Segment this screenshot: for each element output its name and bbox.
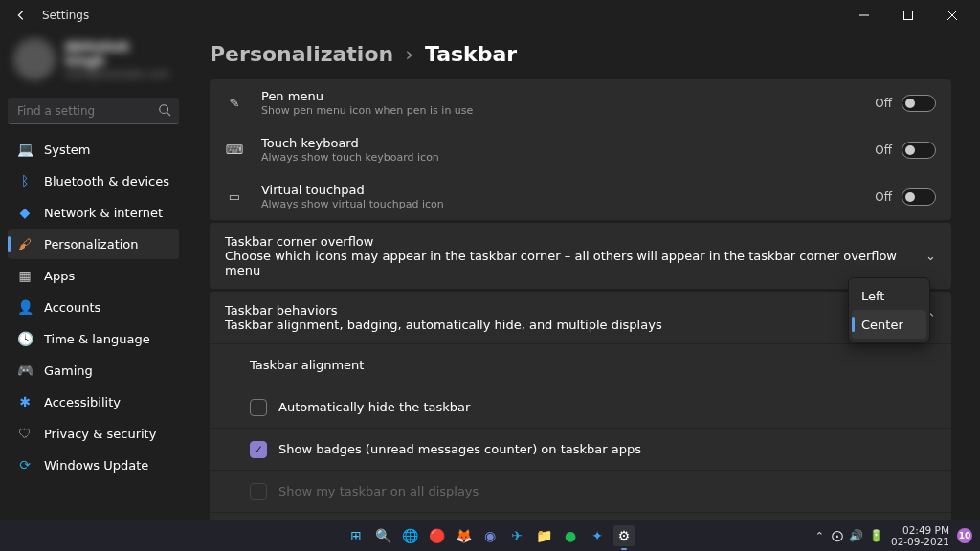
row-title: Virtual touchpad	[261, 183, 875, 197]
sidebar-item-accounts[interactable]: 👤Accounts	[8, 292, 179, 322]
nav-icon: ⟳	[17, 457, 33, 473]
svg-rect-1	[904, 11, 913, 20]
auto-hide-row[interactable]: Automatically hide the taskbar	[210, 386, 951, 428]
toggle-state: Off	[875, 190, 892, 204]
nav-icon: ✱	[17, 394, 33, 409]
sidebar-item-network-internet[interactable]: ◆Network & internet	[8, 197, 179, 228]
nav-label: Windows Update	[44, 458, 148, 473]
explorer-icon[interactable]: 📁	[533, 525, 554, 546]
chevron-right-icon: ›	[405, 42, 413, 66]
nav-list: 💻SystemᛒBluetooth & devices◆Network & in…	[8, 134, 179, 480]
nav-label: Personalization	[44, 237, 139, 252]
wifi-icon[interactable]: ⨀	[832, 529, 843, 542]
spotify-icon[interactable]: ●	[560, 525, 581, 546]
toggle-switch[interactable]	[902, 142, 936, 159]
show-badges-label: Show badges (unread messages counter) on…	[278, 442, 641, 456]
row-desc: Always show touch keyboard icon	[261, 151, 875, 164]
setting-row-pen-menu[interactable]: ✎Pen menuShow pen menu icon when pen is …	[210, 79, 951, 126]
nav-label: Privacy & security	[44, 427, 156, 441]
notification-badge[interactable]: 10	[957, 528, 972, 543]
sidebar-item-windows-update[interactable]: ⟳Windows Update	[8, 450, 179, 480]
discord-icon[interactable]: ◉	[479, 525, 501, 546]
titlebar: Settings	[0, 0, 980, 31]
row-icon: ▭	[225, 189, 244, 204]
window-title: Settings	[42, 9, 89, 22]
sidebar-item-accessibility[interactable]: ✱Accessibility	[8, 386, 179, 417]
toggle-switch[interactable]	[902, 188, 936, 206]
alignment-dropdown[interactable]: Left Center	[848, 277, 930, 342]
nav-label: System	[44, 143, 90, 157]
behaviors-expander: Taskbar behaviors Taskbar alignment, bad…	[210, 292, 951, 520]
auto-hide-checkbox[interactable]	[250, 399, 267, 416]
start-button[interactable]: ⊞	[345, 525, 367, 546]
system-tray[interactable]: ⌃ ⨀ 🔊 🔋 02:49 PM 02-09-2021 10	[815, 524, 980, 547]
nav-icon: ◆	[17, 205, 33, 220]
settings-icon[interactable]: ⚙	[613, 525, 635, 546]
nav-icon: 👤	[17, 299, 33, 315]
setting-row-touch-keyboard[interactable]: ⌨Touch keyboardAlways show touch keyboar…	[210, 126, 951, 173]
toggle-state: Off	[875, 143, 892, 157]
app-icon[interactable]: ✦	[587, 525, 608, 546]
all-displays-checkbox	[250, 483, 267, 500]
taskbar-alignment-row: Taskbar alignment	[210, 343, 951, 386]
taskbar-center: ⊞ 🔍 🌐 🔴 🦊 ◉ ✈ 📁 ● ✦ ⚙	[345, 525, 635, 546]
telegram-icon[interactable]: ✈	[506, 525, 527, 546]
chevron-down-icon: ⌄	[925, 249, 936, 263]
toggle-state: Off	[875, 97, 892, 110]
sidebar-item-personalization[interactable]: 🖌Personalization	[8, 229, 179, 259]
nav-icon: 🕓	[17, 331, 33, 346]
nav-icon: 💻	[17, 142, 33, 157]
nav-icon: 🎮	[17, 363, 33, 378]
row-desc: Always show virtual touchpad icon	[261, 198, 875, 210]
battery-icon[interactable]: 🔋	[869, 529, 883, 542]
volume-icon[interactable]: 🔊	[849, 529, 863, 542]
behaviors-header[interactable]: Taskbar behaviors Taskbar alignment, bad…	[210, 292, 951, 343]
breadcrumb-parent[interactable]: Personalization	[210, 42, 393, 66]
main-pane: Personalization › Taskbar ✎Pen menuShow …	[187, 31, 980, 520]
close-button[interactable]	[930, 0, 974, 31]
edge-icon[interactable]: 🌐	[399, 525, 420, 546]
taskbar-search-icon[interactable]: 🔍	[372, 525, 393, 546]
nav-label: Time & language	[44, 332, 150, 346]
taskbar-clock[interactable]: 02:49 PM 02-09-2021	[891, 524, 949, 547]
search-icon	[158, 103, 171, 117]
minimize-button[interactable]	[842, 0, 886, 31]
search-input[interactable]	[8, 98, 179, 124]
sidebar-item-privacy-security[interactable]: 🛡Privacy & security	[8, 418, 179, 449]
sidebar-item-gaming[interactable]: 🎮Gaming	[8, 355, 179, 386]
svg-line-5	[167, 113, 171, 117]
behaviors-title: Taskbar behaviors	[225, 303, 925, 318]
row-icon: ✎	[225, 96, 244, 110]
row-title: Touch keyboard	[261, 136, 875, 150]
windows-taskbar[interactable]: ⊞ 🔍 🌐 🔴 🦊 ◉ ✈ 📁 ● ✦ ⚙ ⌃ ⨀ 🔊 🔋 02:49 PM 0…	[0, 520, 980, 551]
multi-display-row: When using multiple displays, show my ta…	[210, 512, 951, 520]
profile-name: Abhishek Singh	[65, 39, 173, 68]
overflow-expander[interactable]: Taskbar corner overflow Choose which ico…	[210, 223, 951, 289]
nav-label: Network & internet	[44, 206, 163, 220]
sidebar-item-bluetooth-devices[interactable]: ᛒBluetooth & devices	[8, 165, 179, 196]
setting-row-virtual-touchpad[interactable]: ▭Virtual touchpadAlways show virtual tou…	[210, 173, 951, 220]
alignment-option-left[interactable]: Left	[852, 281, 926, 310]
show-badges-checkbox[interactable]	[250, 441, 267, 458]
taskbar-corner-icons-group: ✎Pen menuShow pen menu icon when pen is …	[210, 79, 951, 220]
sidebar-item-system[interactable]: 💻System	[8, 134, 179, 165]
clock-time: 02:49 PM	[891, 524, 949, 536]
tray-overflow-icon[interactable]: ⌃	[815, 530, 824, 542]
sidebar-item-time-language[interactable]: 🕓Time & language	[8, 323, 179, 354]
toggle-switch[interactable]	[902, 95, 936, 112]
show-all-displays-row: Show my taskbar on all displays	[210, 470, 951, 512]
behaviors-desc: Taskbar alignment, badging, automaticall…	[225, 318, 925, 332]
row-icon: ⌨	[225, 143, 244, 157]
show-badges-row[interactable]: Show badges (unread messages counter) on…	[210, 428, 951, 470]
nav-label: Accounts	[44, 300, 100, 315]
all-displays-label: Show my taskbar on all displays	[278, 484, 479, 498]
alignment-option-center[interactable]: Center	[852, 310, 926, 339]
search-box[interactable]	[8, 98, 179, 124]
chrome-icon[interactable]: 🔴	[426, 525, 447, 546]
firefox-icon[interactable]: 🦊	[453, 525, 474, 546]
sidebar-item-apps[interactable]: ▦Apps	[8, 260, 179, 291]
maximize-button[interactable]	[886, 0, 930, 31]
back-button[interactable]	[10, 4, 33, 27]
row-desc: Show pen menu icon when pen is in use	[261, 104, 875, 117]
profile-block[interactable]: Abhishek Singh user@example.com	[8, 34, 179, 92]
